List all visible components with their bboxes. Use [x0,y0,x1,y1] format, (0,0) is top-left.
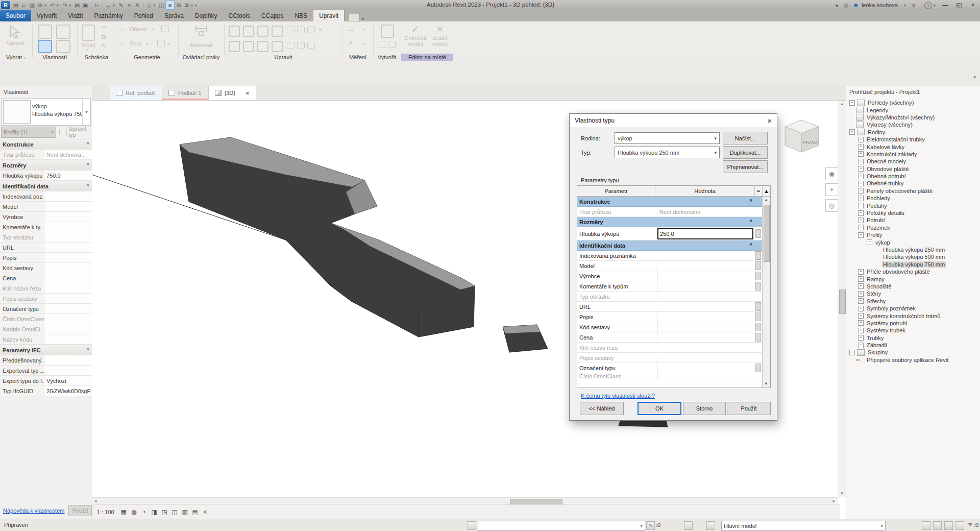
ribbon-display-dropdown-icon[interactable]: ▾ [362,17,366,21]
view-scale-button[interactable]: 1 : 100 [94,509,117,515]
tab-vlozit[interactable]: Vložit [62,10,88,21]
group-label-upravit[interactable]: Upravit [225,54,342,61]
search-icon[interactable]: ◎ [842,1,850,9]
dialog-param-row[interactable]: Klíč názvu řezu [577,343,763,353]
param-value[interactable] [657,292,763,301]
associate-parameter-button[interactable] [755,333,761,342]
3d-view-dropdown-icon[interactable]: ▾ [153,3,157,8]
design-option-dropdown[interactable]: Hlavní model▾ [721,521,886,530]
show-crop-region-icon[interactable]: ◫ [171,509,179,516]
property-value[interactable]: 2GZWiwk6D0sgP... [44,388,92,394]
split-gap-icon[interactable] [297,27,305,33]
collapse-chevron-icon[interactable]: ^ [749,199,752,204]
tree-item[interactable]: +Kabelové lávky [846,143,980,150]
tree-item-label[interactable]: Elektroinstalační trubky [866,136,926,142]
rename-button[interactable]: Přejmenovat... [723,160,768,173]
tree-item-label[interactable]: Podhledy [866,195,891,201]
sun-path-icon[interactable]: ◔ [140,509,148,516]
tree-item-label[interactable]: Pozemek [866,225,891,231]
create-assembly-icon[interactable] [388,41,396,47]
tree-item-label[interactable]: Legendy [866,107,889,113]
type-properties-icon[interactable] [38,40,52,53]
tree-expand-box[interactable]: + [858,181,864,186]
tab-doplnky[interactable]: Doplňky [189,10,223,21]
move-icon[interactable] [229,41,240,52]
tree-item[interactable]: +Ohebná potrubí [846,173,980,180]
tree-item-label[interactable]: Obvodové pláště [866,166,910,172]
dialog-param-row[interactable]: Kód sestavy [577,322,763,332]
dialog-param-row[interactable]: Indexovaná poznámka [577,251,763,261]
associate-parameter-button[interactable] [755,323,761,331]
split-icon[interactable] [287,27,295,33]
restore-button[interactable]: ◱ [953,2,965,9]
tree-item[interactable]: ∞Připojené soubory aplikace Revit [846,356,980,364]
tree-expand-box[interactable]: − [858,232,864,238]
tab-soubor[interactable]: Soubor [0,10,31,21]
family-types-icon[interactable] [56,25,70,39]
tree-item[interactable]: Hloubka výkopu 750 mm [846,261,980,268]
property-section-header[interactable]: Parametry IFC^ [0,345,92,355]
column-header-eq[interactable]: = [755,186,763,196]
vertical-scroll-thumb[interactable] [839,289,846,314]
property-row[interactable]: Výrobce [0,212,92,222]
trim-dropdown-icon[interactable]: ▾ [152,27,154,32]
properties-icon[interactable]: ▤ [12,1,20,9]
join-dropdown-icon[interactable]: ▾ [146,41,148,46]
property-row[interactable]: Označení typu [0,304,92,314]
scroll-up-icon[interactable]: ▲ [763,197,770,204]
tree-item-label[interactable]: Připojené soubory aplikace Revit [866,357,949,363]
tree-item-label[interactable]: Trubky [866,335,885,341]
dialog-section-header[interactable]: Identifikační data^ [577,240,763,251]
column-header-parameter[interactable]: Parametr [577,186,655,196]
shadows-icon[interactable]: ◨ [151,509,158,516]
tree-item[interactable]: Hloubka výkopu 250 mm [846,246,980,253]
param-value[interactable] [657,281,754,291]
tree-expand-box[interactable]: + [858,174,864,179]
save-icon[interactable]: ▥ [28,1,36,9]
tree-item[interactable]: +Pohledy (všechny) [846,99,980,106]
tree-item[interactable]: +Panely obvodového pláště [846,187,980,195]
property-row[interactable]: Cena [0,273,92,283]
tree-expand-box[interactable]: + [858,210,864,216]
view-tab-3d[interactable]: {3D} × [208,86,256,100]
group-label-ovladaci[interactable]: Ovládací prvky [179,54,224,61]
tree-expand-box[interactable]: + [858,298,864,304]
type-dropdown[interactable]: Hloubka výkopu 250 mm▾ [615,147,720,158]
group-label-mereni[interactable]: Měření [343,54,373,61]
dialog-close-icon[interactable]: × [756,116,772,125]
tree-item-label[interactable]: Systémy konstrukčních trámů [866,313,941,319]
collapse-chevron-icon[interactable]: ^ [86,162,89,168]
group-label-editor[interactable]: Editor na místě [401,54,453,61]
dialog-param-row[interactable]: URL [577,302,763,312]
tree-item[interactable]: Hloubka výkopu 500 mm [846,253,980,260]
view-tab-ref-podlazi[interactable]: Ref. podlaží [110,86,162,100]
tab-vytvorit[interactable]: Vytvořit [31,10,63,21]
properties-apply-button[interactable]: Použít [68,505,92,516]
scroll-down-icon[interactable]: ▼ [838,490,846,497]
cut-geometry-icon[interactable] [161,26,169,32]
scroll-up-icon[interactable]: ▲ [838,101,846,108]
tree-item-label[interactable]: Kabelové lávky [866,144,905,150]
dialog-param-row[interactable]: Typ obrázku [577,292,763,302]
column-header-value[interactable]: Hodnota [655,186,755,196]
associate-parameter-button[interactable] [755,261,761,270]
group-label-schranka[interactable]: Schránka [78,54,115,61]
tree-item-label[interactable]: Příčle obvodového pláště [866,269,931,275]
tab-cctools[interactable]: CCtools [223,10,256,21]
modify-cursor-icon[interactable] [7,25,20,41]
tree-item[interactable]: +Schodiště [846,283,980,290]
paint-icon[interactable] [157,40,165,46]
dialog-table-scrollbar[interactable]: ▲ ▼ [762,197,770,388]
tree-item[interactable]: Legendy [846,106,980,113]
param-value[interactable]: Není definováno [657,207,763,216]
detail-level-icon[interactable]: ▦ [120,509,128,516]
param-value-input[interactable]: 250.0 [657,228,753,239]
tag-icon[interactable]: ⌖ [125,1,133,9]
apply-button[interactable]: Použít [727,402,771,415]
cancel-button[interactable]: Storno [683,402,726,415]
undo-dropdown-icon[interactable]: ▾ [57,3,61,8]
group-label-geometrie[interactable]: Geometrie [116,54,178,61]
design-options-icon[interactable] [684,521,693,530]
type-selector[interactable]: výkop Hloubka výkopu 750 mm ▾ [1,98,91,126]
tree-item[interactable]: +Podlahy [846,202,980,209]
